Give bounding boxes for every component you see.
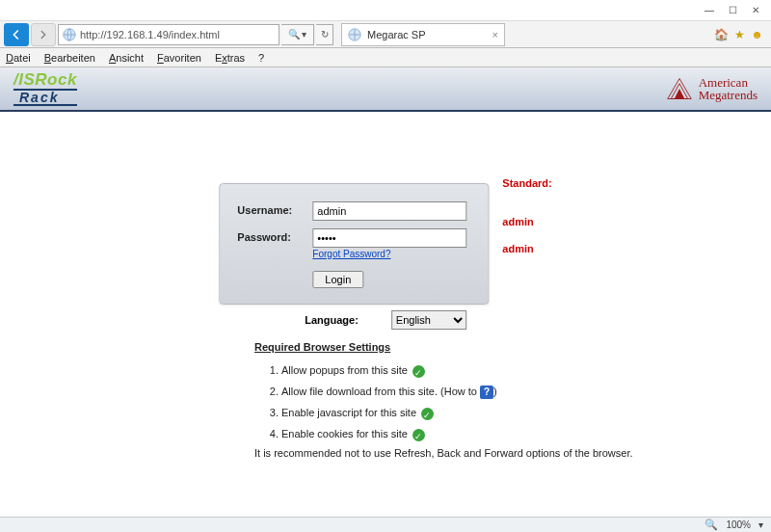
address-bar[interactable]: http://192.168.1.49/index.html — [58, 24, 279, 45]
required-settings-block: Required Browser Settings Allow popups f… — [254, 341, 640, 459]
zoom-dropdown[interactable]: ▾ — [758, 519, 763, 530]
menu-ansicht[interactable]: Ansicht — [109, 52, 144, 64]
ami-text-2: Megatrends — [699, 89, 758, 101]
back-button[interactable] — [4, 23, 29, 46]
page-icon — [348, 28, 361, 41]
arrow-right-icon — [37, 28, 50, 41]
username-input[interactable] — [312, 201, 466, 221]
browser-toolbar: http://192.168.1.49/index.html 🔍 ▾ ↻ Meg… — [0, 21, 771, 48]
check-icon — [421, 408, 434, 420]
url-text: http://192.168.1.49/index.html — [80, 29, 220, 40]
window-minimize-button[interactable]: — — [698, 2, 721, 19]
login-panel: Username: Password: Forgot Password? Log… — [219, 183, 489, 305]
menu-favoriten[interactable]: Favoriten — [157, 52, 201, 64]
favorites-icon[interactable]: ★ — [734, 28, 745, 41]
search-dropdown[interactable]: 🔍 ▾ — [281, 24, 314, 45]
hint-username: admin — [502, 208, 551, 235]
language-row: Language: English — [305, 310, 466, 330]
menu-hilfe[interactable]: ? — [258, 52, 264, 64]
req-item-js: Enable javascript for this site — [281, 405, 640, 420]
forward-button[interactable] — [31, 23, 56, 46]
password-label: Password: — [235, 225, 310, 263]
zoom-level: 100% — [726, 519, 751, 530]
page-body: Username: Password: Forgot Password? Log… — [0, 112, 771, 517]
hint-standard-label: Standard: — [502, 177, 551, 189]
ami-triangle-icon — [666, 75, 693, 102]
req-item-popups: Allow popups from this site — [281, 362, 640, 378]
login-button[interactable]: Login — [312, 271, 363, 288]
check-icon — [412, 365, 425, 378]
tab-title: Megarac SP — [367, 29, 426, 40]
required-settings-heading: Required Browser Settings — [254, 341, 640, 353]
password-input[interactable] — [312, 228, 466, 248]
window-close-button[interactable]: ✕ — [744, 2, 767, 19]
zoom-icon[interactable]: 🔍 — [705, 519, 718, 531]
hint-password: admin — [502, 235, 551, 262]
browser-note: It is recommended not to use Refresh, Ba… — [254, 447, 640, 459]
asrock-logo-line2: Rack — [13, 89, 77, 106]
page-header: /ISRock Rack American Megatrends — [0, 67, 771, 112]
standard-credentials-hint: Standard: admin admin — [502, 183, 551, 262]
help-icon[interactable]: ? — [480, 386, 493, 399]
window-titlebar: — ☐ ✕ — [0, 0, 771, 21]
home-icon[interactable]: 🏠 — [714, 28, 729, 41]
browser-tab[interactable]: Megarac SP × — [341, 23, 505, 46]
globe-icon — [63, 28, 76, 41]
language-label: Language: — [305, 314, 359, 326]
check-icon — [412, 429, 425, 441]
req-item-download: Allow file download from this site. (How… — [281, 384, 640, 399]
asrock-logo: /ISRock Rack — [13, 71, 77, 106]
menu-datei[interactable]: DDateiatei — [6, 52, 31, 64]
username-label: Username: — [235, 198, 310, 225]
window-maximize-button[interactable]: ☐ — [721, 2, 744, 19]
toolbar-right-icons: 🏠 ★ ☻ — [714, 28, 767, 41]
refresh-button[interactable]: ↻ — [316, 24, 333, 45]
ami-logo: American Megatrends — [666, 75, 758, 102]
arrow-left-icon — [9, 27, 24, 42]
status-bar: 🔍 100% ▾ — [0, 517, 771, 532]
menu-extras[interactable]: Extras — [215, 52, 245, 64]
tab-close-button[interactable]: × — [492, 29, 498, 40]
forgot-password-link[interactable]: Forgot Password? — [312, 249, 390, 259]
language-select[interactable]: English — [391, 310, 466, 330]
menu-bearbeiten[interactable]: Bearbeiten — [44, 52, 95, 64]
req-item-cookies: Enable cookies for this site — [281, 426, 640, 441]
svg-point-0 — [10, 27, 24, 41]
asrock-logo-line1: /ISRock — [13, 71, 77, 88]
browser-menubar: DDateiatei Bearbeiten Ansicht Favoriten … — [0, 48, 771, 67]
tools-icon[interactable]: ☻ — [751, 28, 763, 41]
